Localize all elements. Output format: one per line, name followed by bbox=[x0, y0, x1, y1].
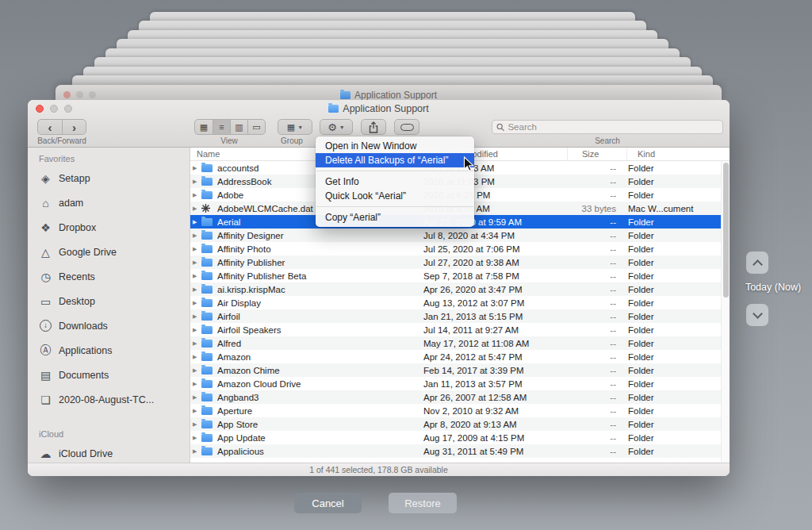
table-row[interactable]: ▶Affinity PublisherJul 27, 2020 at 9:38 … bbox=[190, 255, 721, 269]
file-size: -- bbox=[558, 190, 618, 200]
share-button[interactable] bbox=[361, 119, 386, 135]
timeline-back-button[interactable] bbox=[746, 252, 768, 274]
zoom-icon[interactable] bbox=[64, 105, 72, 113]
file-kind: Folder bbox=[618, 190, 721, 200]
group-button[interactable]: ▦ ▼ bbox=[278, 119, 312, 135]
disclosure-triangle-icon[interactable]: ▶ bbox=[190, 259, 201, 266]
search-field[interactable] bbox=[492, 120, 723, 134]
disclosure-triangle-icon[interactable]: ▶ bbox=[190, 179, 201, 185]
restore-button[interactable]: Restore bbox=[389, 493, 457, 513]
window-title-text: Application Support bbox=[343, 103, 428, 114]
sidebar-section-label: iCloud bbox=[28, 423, 190, 441]
column-view-button[interactable]: ▥ bbox=[230, 120, 247, 134]
file-name: Air Display bbox=[217, 298, 423, 308]
table-row[interactable]: ▶ai.krisp.krispMacApr 26, 2020 at 3:47 P… bbox=[190, 282, 721, 296]
list-scrollbar[interactable] bbox=[721, 161, 730, 463]
disclosure-triangle-icon[interactable]: ▶ bbox=[190, 192, 201, 198]
close-icon[interactable] bbox=[36, 105, 44, 113]
table-row[interactable]: ▶Affinity Publisher BetaSep 7, 2018 at 7… bbox=[190, 269, 721, 282]
disclosure-triangle-icon[interactable]: ▶ bbox=[190, 246, 201, 252]
menu-item-open-in-new-window[interactable]: Open in New Window bbox=[316, 139, 474, 153]
disclosure-triangle-icon[interactable]: ▶ bbox=[190, 232, 201, 239]
menu-item-quick-look-aerial[interactable]: Quick Look “Aerial” bbox=[316, 189, 474, 203]
disclosure-triangle-icon[interactable]: ▶ bbox=[190, 165, 201, 171]
date-modified: Feb 14, 2017 at 3:39 PM bbox=[423, 366, 558, 375]
disclosure-triangle-icon[interactable]: ▶ bbox=[190, 448, 201, 455]
forward-button[interactable]: › bbox=[62, 120, 86, 134]
disclosure-triangle-icon[interactable]: ▶ bbox=[190, 421, 201, 428]
table-row[interactable]: ▶App UpdateAug 17, 2009 at 4:15 PM--Fold… bbox=[190, 431, 721, 444]
disclosure-triangle-icon[interactable]: ▶ bbox=[190, 327, 201, 333]
disclosure-triangle-icon[interactable]: ▶ bbox=[190, 408, 201, 414]
sidebar-item-2020-08-august-tc[interactable]: ❏2020-08-August-TC... bbox=[28, 387, 190, 412]
cancel-button[interactable]: Cancel bbox=[294, 493, 362, 513]
list-view-button[interactable]: ≡ bbox=[213, 120, 230, 134]
search-input[interactable] bbox=[508, 122, 718, 132]
sidebar-item-label: Desktop bbox=[59, 296, 95, 307]
minimize-icon[interactable] bbox=[50, 105, 58, 113]
disclosure-triangle-icon[interactable]: ▶ bbox=[190, 354, 201, 360]
table-row[interactable]: ▶Amazon ChimeFeb 14, 2017 at 3:39 PM--Fo… bbox=[190, 363, 721, 377]
file-kind: Folder bbox=[618, 420, 721, 429]
table-row[interactable]: ▶Affinity DesignerJul 8, 2020 at 4:34 PM… bbox=[190, 229, 721, 242]
table-row[interactable]: ▶Affinity PhotoJul 25, 2020 at 7:06 PM--… bbox=[190, 242, 721, 255]
sidebar-item-setapp[interactable]: ◈Setapp bbox=[28, 166, 190, 190]
sidebar-item-documents[interactable]: ▤Documents bbox=[28, 363, 190, 387]
menu-item-delete-all-backups-of-aerial[interactable]: Delete All Backups of “Aerial” bbox=[316, 153, 474, 167]
folder-icon bbox=[201, 313, 217, 321]
file-size: -- bbox=[558, 339, 618, 348]
table-row[interactable]: ▶Amazon Cloud DriveJan 11, 2013 at 3:57 … bbox=[190, 377, 721, 390]
clock-icon: ◷ bbox=[38, 271, 53, 283]
table-row[interactable]: ▶Air DisplayAug 13, 2012 at 3:07 PM--Fol… bbox=[190, 296, 721, 309]
scrollbar-thumb[interactable] bbox=[723, 163, 729, 298]
date-modified: May 17, 2012 at 11:08 AM bbox=[423, 339, 558, 348]
view-control: ▦ ≡ ▥ ▭ bbox=[194, 119, 266, 135]
sidebar-item-applications[interactable]: ⒶApplications bbox=[28, 338, 190, 363]
table-row[interactable]: ▶AppaliciousAug 31, 2011 at 5:49 PM--Fol… bbox=[190, 444, 721, 458]
zoom-icon bbox=[89, 91, 96, 98]
disclosure-triangle-icon[interactable]: ▶ bbox=[190, 435, 201, 441]
download-icon: ↓ bbox=[40, 320, 52, 332]
disclosure-triangle-icon[interactable]: ▶ bbox=[190, 313, 201, 320]
menu-item-copy-aerial[interactable]: Copy “Aerial” bbox=[316, 210, 474, 225]
icon-view-button[interactable]: ▦ bbox=[195, 120, 213, 134]
sidebar-item-google-drive[interactable]: △Google Drive bbox=[28, 240, 190, 264]
table-row[interactable]: ▶Airfoil SpeakersJul 14, 2011 at 9:27 AM… bbox=[190, 323, 721, 336]
disclosure-triangle-icon[interactable]: ▶ bbox=[190, 367, 201, 374]
sidebar-item-downloads[interactable]: ↓Downloads bbox=[28, 313, 190, 338]
table-row[interactable]: ▶AirfoilJan 21, 2013 at 5:15 PM--Folder bbox=[190, 309, 721, 323]
table-row[interactable]: ▶Angband3Apr 26, 2007 at 12:58 AM--Folde… bbox=[190, 390, 721, 404]
column-header-size[interactable]: Size bbox=[567, 148, 626, 160]
disclosure-triangle-icon[interactable]: ▶ bbox=[190, 381, 201, 387]
disclosure-triangle-icon[interactable]: ▶ bbox=[190, 273, 201, 279]
table-row[interactable]: ▶AmazonApr 24, 2012 at 5:47 PM--Folder bbox=[190, 350, 721, 363]
disclosure-triangle-icon[interactable]: ▶ bbox=[190, 219, 201, 225]
sidebar-item-icloud-drive[interactable]: ☁iCloud Drive bbox=[28, 441, 190, 463]
titlebar[interactable]: Application Support bbox=[28, 100, 730, 117]
background-window-title: Application Support bbox=[56, 90, 722, 101]
table-row[interactable]: ▶App StoreApr 8, 2020 at 9:13 AM--Folder bbox=[190, 417, 721, 431]
file-kind: Folder bbox=[618, 433, 721, 443]
sidebar-item-dropbox[interactable]: ❖Dropbox bbox=[28, 215, 190, 240]
disclosure-triangle-icon[interactable]: ▶ bbox=[190, 205, 201, 212]
disclosure-triangle-icon[interactable]: ▶ bbox=[190, 394, 201, 401]
gallery-view-button[interactable]: ▭ bbox=[247, 120, 265, 134]
file-size: -- bbox=[558, 379, 618, 389]
timeline-forward-button[interactable] bbox=[746, 304, 768, 326]
sidebar-item-desktop[interactable]: ▭Desktop bbox=[28, 289, 190, 313]
date-modified: Jul 14, 2011 at 9:27 AM bbox=[423, 325, 558, 335]
disclosure-triangle-icon[interactable]: ▶ bbox=[190, 286, 201, 293]
table-row[interactable]: ▶ApertureNov 2, 2010 at 9:32 AM--Folder bbox=[190, 404, 721, 417]
action-menu-button[interactable]: ⚙ ▼ bbox=[320, 119, 353, 135]
sidebar-item-adam[interactable]: ⌂adam bbox=[28, 190, 190, 215]
menu-item-get-info[interactable]: Get Info bbox=[316, 175, 474, 189]
file-name: Affinity Publisher Beta bbox=[217, 271, 423, 281]
table-row[interactable]: ▶AlfredMay 17, 2012 at 11:08 AM--Folder bbox=[190, 336, 721, 350]
disclosure-triangle-icon[interactable]: ▶ bbox=[190, 300, 201, 306]
disclosure-triangle-icon[interactable]: ▶ bbox=[190, 340, 201, 347]
sidebar-item-recents[interactable]: ◷Recents bbox=[28, 264, 190, 289]
tag-button[interactable] bbox=[394, 119, 419, 135]
back-button[interactable]: ‹ bbox=[38, 120, 62, 134]
column-header-kind[interactable]: Kind bbox=[626, 148, 730, 160]
folder-icon bbox=[201, 421, 213, 428]
